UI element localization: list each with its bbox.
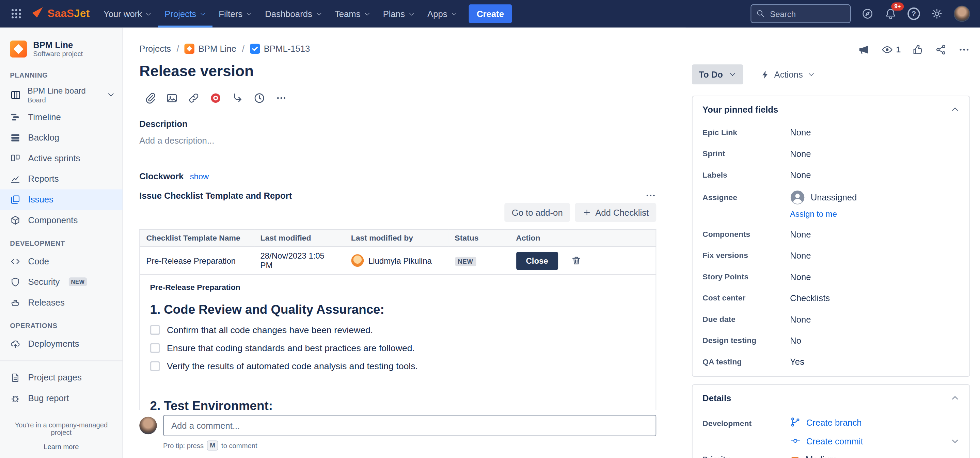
image-icon — [165, 92, 178, 105]
nav-plans[interactable]: Plans — [377, 0, 421, 28]
brand-name: SaaSJet — [47, 8, 89, 20]
column-header: Status — [449, 230, 510, 247]
column-header: Last modified — [254, 230, 345, 247]
priority-medium-icon — [790, 454, 800, 458]
sidebar-item-deployments[interactable]: Deployments — [0, 333, 123, 354]
details-header[interactable]: Details — [693, 385, 969, 410]
board-selector[interactable]: BPM Line board Board — [0, 83, 123, 106]
sidebar-item-releases[interactable]: Releases — [0, 292, 123, 313]
chevron-down-icon — [245, 10, 252, 17]
watchers-button[interactable]: 1 — [881, 44, 900, 56]
checklist-heading: Issue Checklist Template and Report — [139, 190, 292, 200]
checklist-checkbox[interactable] — [150, 361, 160, 371]
breadcrumb-project[interactable]: BPM Line — [185, 44, 236, 54]
discover-icon[interactable] — [861, 8, 874, 20]
notifications-bell-icon[interactable]: 9+ — [884, 8, 897, 20]
record-loom-button[interactable] — [205, 89, 226, 108]
search-icon — [756, 9, 765, 18]
more-horizontal-icon — [645, 190, 656, 201]
learn-more-link[interactable]: Learn more — [44, 443, 79, 450]
convert-subtask-button[interactable] — [227, 89, 248, 108]
nav-dashboards[interactable]: Dashboards — [259, 0, 329, 28]
checklist-checkbox[interactable] — [150, 325, 160, 335]
clockwork-show-link[interactable]: show — [190, 172, 209, 181]
checklist-actions: Go to add-on Add Checklist — [139, 203, 656, 222]
last-modified-cell: 28/Nov/2023 1:05 PM — [254, 246, 345, 274]
detail-header-icons: 1 — [692, 44, 970, 56]
share-icon[interactable] — [935, 44, 947, 56]
assign-to-me-link[interactable]: Assign to me — [790, 209, 959, 219]
sidebar-item-bug-report[interactable]: Bug report — [0, 388, 123, 409]
close-checklist-button[interactable]: Close — [516, 252, 558, 269]
clockwork-section: Clockwork show — [139, 171, 656, 181]
sidebar-item-backlog[interactable]: Backlog — [0, 127, 123, 148]
app-switcher-icon[interactable] — [6, 8, 26, 20]
vote-thumbs-up-icon[interactable] — [912, 44, 924, 56]
actions-dropdown[interactable]: Actions — [760, 70, 815, 79]
link-issue-button[interactable] — [183, 89, 204, 108]
issue-detail-panel: 1 To Do Actions — [686, 28, 980, 458]
reports-chart-icon — [10, 174, 21, 184]
settings-gear-icon[interactable] — [931, 8, 943, 20]
nav-filters[interactable]: Filters — [213, 0, 259, 28]
column-header: Last modified by — [345, 230, 449, 247]
description-label: Description — [139, 119, 656, 128]
field-row-sprint: Sprint None — [693, 143, 969, 164]
field-row-qa-testing: QA testing Yes — [693, 351, 969, 372]
action-cell: Close — [510, 246, 656, 274]
create-button[interactable]: Create — [469, 5, 512, 23]
checklist-more-button[interactable] — [645, 190, 656, 201]
sidebar-item-timeline[interactable]: Timeline — [0, 106, 123, 127]
pinned-fields-header[interactable]: Your pinned fields — [693, 96, 969, 122]
backlog-icon — [10, 132, 21, 143]
status-dropdown[interactable]: To Do — [692, 64, 743, 84]
chevron-down-icon — [408, 10, 415, 17]
checklist-table: Checklist Template Name Last modified La… — [139, 229, 656, 275]
checklist-checkbox[interactable] — [150, 343, 160, 353]
sidebar-item-reports[interactable]: Reports — [0, 168, 123, 189]
description-placeholder[interactable]: Add a description... — [139, 135, 656, 145]
chevron-down-icon — [807, 71, 815, 78]
top-navigation: SaaSJet Your work Projects Filters Dashb… — [0, 0, 980, 28]
keyboard-shortcut-m: M — [207, 441, 218, 450]
comment-input[interactable] — [163, 415, 656, 436]
nav-your-work[interactable]: Your work — [97, 0, 158, 28]
sidebar-item-components[interactable]: Components — [0, 209, 123, 230]
issue-title[interactable]: Release version — [139, 63, 656, 80]
sidebar-item-active-sprints[interactable]: Active sprints — [0, 148, 123, 169]
create-commit-link[interactable]: Create commit — [790, 436, 863, 446]
nav-projects[interactable]: Projects — [158, 0, 213, 28]
add-child-issue-button[interactable] — [161, 89, 182, 108]
sidebar-item-project-pages[interactable]: Project pages — [0, 367, 123, 388]
search-input[interactable] — [751, 5, 851, 23]
go-to-addon-button[interactable]: Go to add-on — [504, 203, 570, 222]
breadcrumb-issue-key[interactable]: BPML-1513 — [250, 44, 310, 54]
more-actions-button[interactable] — [271, 89, 291, 108]
saasjet-logo[interactable]: SaaSJet — [26, 6, 97, 21]
notification-badge: 9+ — [891, 2, 904, 11]
branch-icon — [790, 417, 800, 427]
help-icon[interactable]: ? — [907, 8, 920, 20]
comment-protip: Pro tip: press M to comment — [163, 441, 656, 450]
sidebar-item-security[interactable]: Security NEW — [0, 271, 123, 292]
current-user-avatar — [139, 417, 157, 434]
nav-teams[interactable]: Teams — [329, 0, 377, 28]
comment-bar: Pro tip: press M to comment — [123, 410, 686, 458]
breadcrumb-projects[interactable]: Projects — [139, 44, 171, 54]
nav-apps[interactable]: Apps — [421, 0, 464, 28]
attach-button[interactable] — [139, 89, 160, 108]
project-avatar — [10, 41, 27, 57]
create-branch-link[interactable]: Create branch — [790, 417, 959, 427]
more-options-button[interactable] — [958, 44, 970, 56]
add-checklist-button[interactable]: Add Checklist — [575, 203, 656, 222]
development-expand-chevron[interactable] — [951, 437, 959, 445]
sidebar-divider — [0, 360, 123, 361]
sidebar-item-issues[interactable]: Issues — [0, 189, 123, 210]
delete-checklist-button[interactable] — [570, 255, 582, 268]
user-avatar[interactable] — [954, 6, 970, 22]
sidebar-item-code[interactable]: Code — [0, 251, 123, 272]
issues-icon — [10, 194, 21, 205]
app-root: SaaSJet Your work Projects Filters Dashb… — [0, 0, 980, 458]
feedback-megaphone-icon[interactable] — [858, 44, 870, 56]
reminder-button[interactable] — [249, 89, 270, 108]
